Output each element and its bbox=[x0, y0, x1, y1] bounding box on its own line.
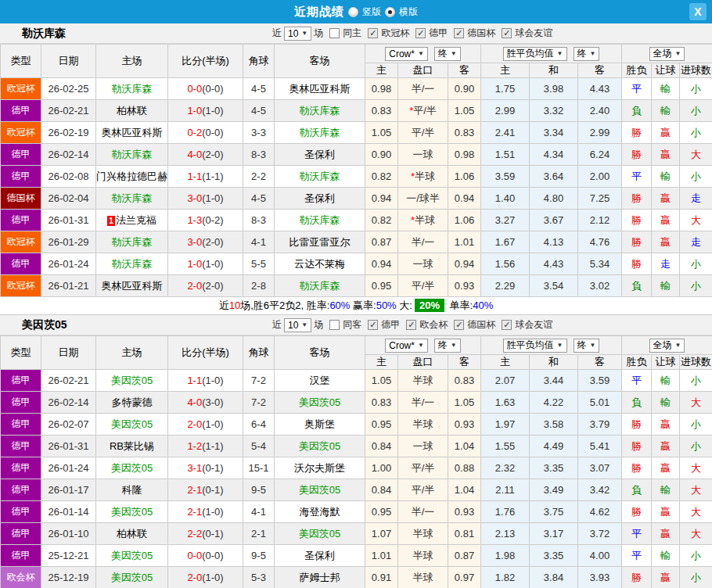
away-team-cell: 美因茨05 bbox=[275, 392, 365, 414]
avg-final-select[interactable]: 终▼ bbox=[574, 339, 600, 353]
odds-home-value: 1.00 bbox=[365, 457, 398, 479]
odds-home-value: 0.90 bbox=[365, 144, 398, 166]
avg-draw-value: 3.84 bbox=[530, 567, 578, 588]
avg-draw-value: 3.35 bbox=[530, 545, 578, 567]
avg-draw-value: 4.43 bbox=[530, 253, 578, 275]
same-venue-checkbox[interactable] bbox=[329, 320, 340, 330]
fulltime-score: 1-1 bbox=[187, 170, 202, 182]
avg-draw-value: 4.22 bbox=[530, 392, 578, 414]
score-cell: 4-0(2-0) bbox=[168, 144, 243, 166]
dropdown-arrow-icon: ▼ bbox=[451, 342, 457, 349]
filters-bar: 近 10▼ 场 同主 ✓ 欧冠杯 ✓ 德甲 ✓ 德国杯 ✓ 球会友谊 bbox=[272, 27, 552, 41]
select-value: 终 bbox=[577, 339, 587, 352]
match-count-select[interactable]: 10▼ bbox=[284, 27, 311, 41]
league-badge: 德甲 bbox=[1, 253, 41, 274]
avg-draw-value: 3.17 bbox=[530, 523, 578, 545]
handicap-cell: 平/半 bbox=[398, 122, 448, 144]
avg-away-value: 5.34 bbox=[578, 253, 622, 275]
halftime-score: (1-0) bbox=[202, 572, 223, 583]
home-team-cell: 勒沃库森 bbox=[96, 231, 168, 253]
away-team: 沃尔夫斯堡 bbox=[294, 462, 345, 474]
same-venue-label: 同客 bbox=[343, 318, 361, 332]
home-team-cell: RB莱比锡 bbox=[96, 436, 168, 457]
fulltime-score: 3-0 bbox=[187, 192, 202, 204]
league-checkbox[interactable]: ✓ bbox=[406, 320, 416, 330]
select-value: 10 bbox=[288, 320, 298, 331]
avg-home-value: 1.56 bbox=[481, 253, 530, 275]
league-checkbox[interactable]: ✓ bbox=[415, 28, 426, 38]
horizontal-layout-label[interactable]: 横版 bbox=[399, 5, 418, 19]
odds-final-select[interactable]: 终▼ bbox=[434, 47, 461, 61]
odds-home-value: 0.87 bbox=[365, 231, 398, 253]
away-team-cell: 圣保利 bbox=[275, 188, 365, 210]
horizontal-layout-radio[interactable] bbox=[385, 7, 395, 17]
league-checkbox[interactable]: ✓ bbox=[454, 320, 464, 330]
result-handicap: 輸 bbox=[652, 100, 680, 122]
subcol-odds-home: 主 bbox=[365, 355, 398, 370]
odds-final-select[interactable]: 终▼ bbox=[434, 339, 461, 353]
avg-away-value: 4.00 bbox=[578, 545, 622, 567]
corners-value: 4-5 bbox=[243, 188, 275, 210]
odds-away-value: 0.90 bbox=[448, 78, 481, 100]
check-icon: ✓ bbox=[503, 29, 510, 38]
avg-away-value: 2.99 bbox=[578, 122, 622, 144]
league-checkbox[interactable]: ✓ bbox=[502, 28, 512, 38]
result-wdl: 負 bbox=[622, 392, 652, 414]
home-team: RB莱比锡 bbox=[110, 440, 154, 452]
scope-select[interactable]: 全场▼ bbox=[649, 47, 685, 61]
vertical-layout-label[interactable]: 竖版 bbox=[362, 5, 381, 19]
match-count-select[interactable]: 10▼ bbox=[284, 318, 311, 332]
score-cell: 4-0(3-0) bbox=[168, 392, 243, 414]
league-checkbox[interactable]: ✓ bbox=[454, 28, 464, 38]
subcol-odds-away: 客 bbox=[448, 355, 481, 370]
avg-odds-select[interactable]: 胜平负均值▼ bbox=[503, 47, 567, 61]
avg-odds-select[interactable]: 胜平负均值▼ bbox=[503, 339, 567, 353]
subcol-odds-home: 主 bbox=[365, 63, 398, 78]
league-checkbox[interactable]: ✓ bbox=[502, 320, 512, 330]
result-wdl: 勝 bbox=[622, 457, 652, 479]
fulltime-score: 0-0 bbox=[187, 83, 202, 95]
home-team: 美因茨05 bbox=[111, 506, 153, 518]
result-goals: 小 bbox=[680, 253, 712, 275]
handicap-value: 半/一 bbox=[412, 506, 435, 518]
league-type-cell: 德甲 bbox=[1, 370, 41, 392]
fulltime-score: 2-0 bbox=[187, 572, 202, 583]
match-date: 26-02-21 bbox=[41, 370, 96, 392]
odds-away-value: 0.93 bbox=[448, 414, 481, 436]
select-value: 全场 bbox=[653, 339, 672, 352]
league-checkbox[interactable]: ✓ bbox=[368, 320, 378, 330]
home-team: 美因茨05 bbox=[111, 375, 153, 386]
avg-home-value: 2.99 bbox=[481, 100, 530, 122]
score-cell: 1-0(1-0) bbox=[168, 253, 243, 275]
summary-row: 近10场,胜6平2负2, 胜率:60% 赢率:50% 大:20% 单率:40% bbox=[0, 297, 712, 315]
handicap-value: 半球 bbox=[413, 375, 433, 386]
score-cell: 2-1(0-1) bbox=[168, 479, 243, 501]
home-team: 法兰克福 bbox=[116, 214, 156, 226]
handicap-value: 一球 bbox=[413, 440, 433, 452]
league-label: 欧会杯 bbox=[419, 318, 448, 332]
match-date: 26-01-24 bbox=[41, 457, 96, 479]
close-button[interactable]: X bbox=[689, 3, 707, 20]
handicap-cell: 半球 bbox=[398, 523, 448, 545]
team-name: 勒沃库森 bbox=[22, 27, 66, 41]
odds-source-select[interactable]: Crow*▼ bbox=[385, 47, 428, 61]
avg-home-value: 1.98 bbox=[481, 545, 530, 567]
avg-away-value: 3.93 bbox=[578, 567, 622, 588]
league-badge: 德甲 bbox=[1, 545, 41, 566]
league-type-cell: 德甲 bbox=[1, 392, 41, 414]
avg-away-value: 3.72 bbox=[578, 523, 622, 545]
vertical-layout-radio[interactable] bbox=[348, 7, 358, 17]
league-badge: 德甲 bbox=[1, 523, 41, 544]
same-venue-checkbox[interactable] bbox=[329, 28, 340, 38]
avg-home-value: 2.41 bbox=[481, 122, 530, 144]
odds-away-value: 1.06 bbox=[448, 210, 481, 231]
result-goals: 小 bbox=[680, 414, 712, 436]
league-checkbox[interactable]: ✓ bbox=[368, 28, 378, 38]
scope-select[interactable]: 全场▼ bbox=[649, 339, 685, 353]
result-goals: 走 bbox=[680, 231, 712, 253]
table-row: 德甲 26-02-08 门兴格拉德巴赫 1-1(1-1) 2-2 勒沃库森 0.… bbox=[1, 166, 712, 188]
result-wdl: 勝 bbox=[622, 567, 652, 588]
avg-final-select[interactable]: 终▼ bbox=[574, 47, 600, 61]
table-row: 德甲 26-01-10 柏林联 2-2(0-1) 2-1 美因茨05 1.07 … bbox=[1, 523, 712, 545]
odds-source-select[interactable]: Crow*▼ bbox=[385, 339, 428, 353]
